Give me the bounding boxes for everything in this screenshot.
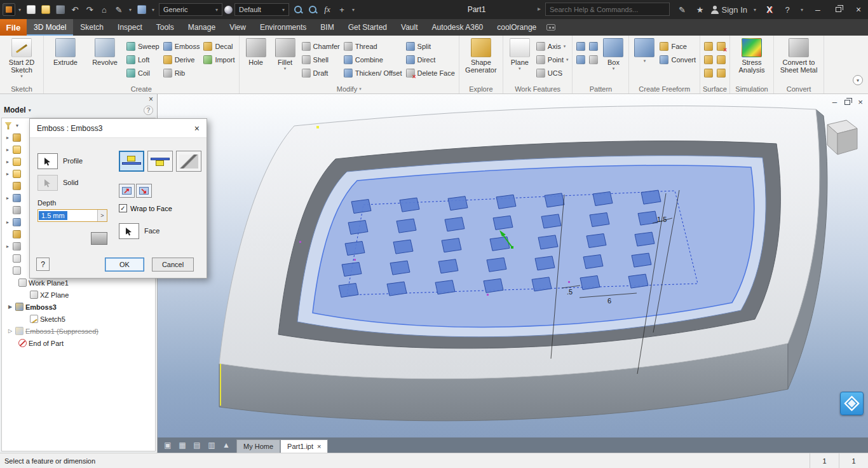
tab-sketch[interactable]: Sketch (73, 19, 111, 36)
expander-icon[interactable]: ▸ (4, 135, 11, 141)
split-button[interactable]: Split (404, 39, 457, 53)
quick-access-arrow-icon[interactable]: ▾ (349, 3, 357, 17)
help-arrow-icon[interactable]: ▾ (798, 3, 806, 17)
home-button[interactable]: ⌂ (97, 3, 111, 17)
tree-item-xz-plane[interactable]: XZ Plane (2, 289, 155, 301)
tab-inspect[interactable]: Inspect (111, 19, 149, 36)
redo-button[interactable]: ↷ (83, 3, 97, 17)
tab-overflow-button[interactable] (543, 19, 559, 36)
expander-icon[interactable]: ▸ (4, 147, 11, 153)
undo-button[interactable]: ↶ (68, 3, 82, 17)
checkbox-checked-icon[interactable]: ✓ (119, 204, 127, 212)
face-pick-button[interactable] (119, 223, 139, 239)
shape-generator-button[interactable]: Shape Generator (461, 37, 501, 84)
expander-icon[interactable]: ▷ (7, 328, 13, 334)
profile-pick-button[interactable] (37, 153, 58, 169)
doc-restore-button[interactable] (844, 100, 850, 105)
tab-part1-ipt[interactable]: Part1.ipt × (280, 439, 328, 453)
sketch-pattern-button[interactable] (587, 53, 600, 66)
sketch-tool-arrow-icon[interactable]: ▾ (126, 3, 134, 17)
expander-icon[interactable]: ▸ (4, 244, 11, 249)
wrap-to-face-row[interactable]: ✓ Wrap to Face (119, 204, 172, 212)
dialog-help-button[interactable]: ? (36, 258, 50, 271)
appearance-select[interactable]: Default ▾ (234, 3, 289, 16)
minimize-button[interactable]: – (810, 1, 826, 18)
direction-down-button[interactable]: ↘ (136, 184, 152, 198)
depth-input[interactable]: 1.5 mm > (37, 209, 107, 222)
rib-button[interactable]: Rib (161, 66, 202, 79)
open-file-button[interactable] (39, 3, 53, 17)
tab-close-icon[interactable]: × (317, 443, 321, 450)
ok-button[interactable]: OK (105, 258, 144, 272)
help-button[interactable]: ? (780, 3, 794, 17)
doc-minimize-button[interactable]: – (832, 97, 837, 107)
chamfer-button[interactable]: Chamfer (300, 39, 342, 53)
close-button[interactable]: × (850, 1, 867, 18)
freeform-convert-button[interactable]: Convert (658, 53, 698, 66)
tab-vault[interactable]: Vault (394, 19, 424, 36)
add-quick-tool-button[interactable]: + (335, 3, 349, 17)
tab-file[interactable]: File (0, 19, 27, 36)
tile-horizontal-button[interactable]: ▤ (191, 439, 203, 451)
ribbon-options-button[interactable]: ▾ (853, 75, 863, 85)
emboss-engrave-from-plane-button[interactable] (176, 151, 201, 172)
tab-manage[interactable]: Manage (181, 19, 222, 36)
emboss-button[interactable]: Emboss (161, 39, 202, 53)
freeform-box-button[interactable]: ▾ (631, 37, 658, 84)
doc-close-button[interactable]: × (858, 97, 863, 107)
draft-button[interactable]: Draft (300, 66, 342, 79)
expander-icon[interactable]: ▸ (4, 219, 11, 225)
chevron-down-icon[interactable]: ▾ (29, 107, 31, 113)
dialog-close-button[interactable]: × (194, 123, 200, 134)
tree-item-sketch5[interactable]: Sketch5 (2, 313, 155, 325)
convert-to-sheet-metal-button[interactable]: Convert to Sheet Metal (776, 37, 822, 84)
adjust-appearance-button[interactable] (291, 3, 305, 17)
surface-stitch-button[interactable] (702, 39, 715, 53)
direction-up-button[interactable]: ↗ (119, 184, 135, 198)
derive-button[interactable]: Derive (161, 53, 202, 66)
expander-icon[interactable]: ▸ (4, 195, 11, 201)
ucs-button[interactable]: UCS (534, 66, 571, 79)
tab-tools[interactable]: Tools (149, 19, 181, 36)
tab-environments[interactable]: Environments (253, 19, 313, 36)
material-select[interactable]: Generic ▾ (159, 3, 222, 16)
select-tool-button[interactable] (135, 3, 149, 17)
new-file-button[interactable] (24, 3, 38, 17)
engrave-from-face-button[interactable] (147, 151, 173, 172)
tab-bim[interactable]: BIM (313, 19, 341, 36)
surface-trim-button[interactable] (702, 66, 715, 79)
surface-extend-button[interactable] (715, 53, 728, 66)
select-tool-arrow-icon[interactable]: ▾ (149, 3, 157, 17)
plane-button[interactable]: Plane ▾ (505, 37, 534, 84)
sweep-button[interactable]: Sweep (125, 39, 161, 53)
sign-in-button[interactable]: Sign In (711, 3, 747, 17)
search-input[interactable] (545, 3, 670, 16)
expand-strip-button[interactable]: ▲ (220, 439, 233, 451)
rectangular-pattern-button[interactable] (574, 39, 587, 53)
thread-button[interactable]: Thread (342, 39, 404, 53)
combine-button[interactable]: Combine (342, 53, 404, 66)
delete-face-button[interactable]: Delete Face (404, 66, 457, 79)
app-menu-arrow-icon[interactable]: ▾ (16, 3, 24, 17)
stress-analysis-button[interactable]: Stress Analysis (732, 37, 771, 84)
exchange-apps-button[interactable]: X (763, 3, 776, 17)
tab-get-started[interactable]: Get Started (341, 19, 394, 36)
expander-icon[interactable]: ▸ (4, 171, 11, 177)
parameters-button[interactable]: fx (320, 3, 334, 17)
tile-all-button[interactable]: ▦ (176, 439, 189, 451)
tab-view[interactable]: View (222, 19, 253, 36)
fillet-button[interactable]: Fillet ▾ (271, 37, 300, 84)
expander-icon[interactable]: ▸ (4, 159, 11, 165)
mirror-button[interactable] (574, 53, 587, 66)
point-button[interactable]: Point▾ (534, 53, 571, 66)
appearance-swatch-button[interactable] (91, 232, 107, 245)
tree-item-emboss1-suppressed[interactable]: ▷Emboss1 (Suppressed) (2, 325, 155, 337)
save-button[interactable] (53, 3, 67, 17)
start-2d-sketch-button[interactable]: Start 2D Sketch ▾ (2, 37, 41, 84)
app-logo-icon[interactable] (3, 3, 15, 16)
surface-patch-button[interactable] (702, 53, 715, 66)
sketch-tool-button[interactable]: ✎ (112, 3, 126, 17)
tab-3d-model[interactable]: 3D Model (27, 19, 73, 36)
tab-autodesk-a360[interactable]: Autodesk A360 (425, 19, 491, 36)
view-cube[interactable] (827, 120, 857, 155)
